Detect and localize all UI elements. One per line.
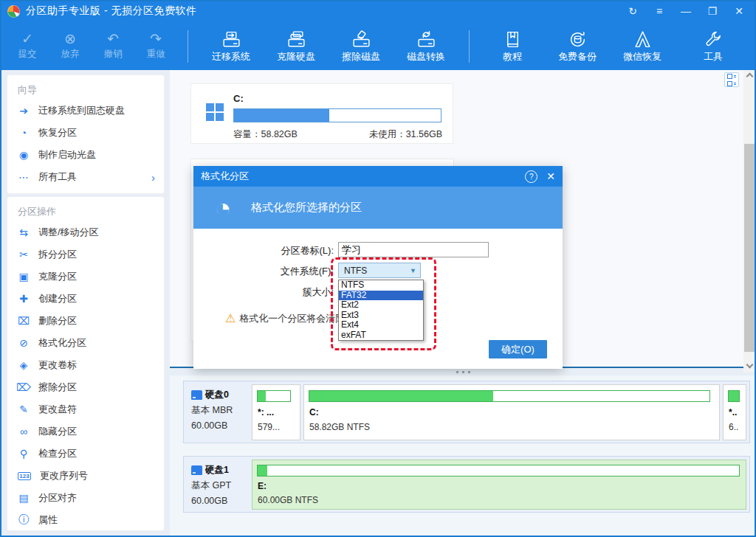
dialog-close-icon[interactable]: ✕ xyxy=(546,170,555,182)
disk0-style: 基本 MBR xyxy=(191,403,250,418)
capacity-value: 容量：58.82GB xyxy=(233,128,298,141)
disk0-partition-3[interactable]: *.. 6.. xyxy=(723,384,746,440)
minimize-icon[interactable]: — xyxy=(675,2,697,20)
redo-button[interactable]: ↷ 重做 xyxy=(134,32,177,60)
sidebar-item-change-serial[interactable]: 123更改序列号 xyxy=(7,465,164,487)
drive-convert-icon xyxy=(416,30,436,49)
option-ext3[interactable]: Ext3 xyxy=(339,311,423,321)
submit-button[interactable]: ✓ 提交 xyxy=(6,32,49,60)
sidebar-item-align[interactable]: ▤分区对齐 xyxy=(7,487,164,509)
partition-size: 579... xyxy=(258,422,280,432)
sidebar-item-all-tools[interactable]: ⋯ 所有工具 › xyxy=(7,166,164,188)
clone-disk-button[interactable]: 克隆硬盘 xyxy=(264,30,329,63)
filesystem-dropdown[interactable]: NTFS ▼ xyxy=(338,263,421,278)
sidebar-item-delete[interactable]: ⌧删除分区 xyxy=(7,310,164,332)
app-logo-icon xyxy=(7,5,20,18)
partition-size: 58.82GB NTFS xyxy=(309,422,370,432)
pie-recover-icon: ◔ xyxy=(16,127,31,139)
drive-arrow-icon xyxy=(221,30,241,49)
usage-bar xyxy=(233,108,441,122)
disk1-row: 硬盘1 基本 GPT 60.00GB E: 60.00GB NTFS xyxy=(183,456,750,513)
volume-label: 分区卷标(L): xyxy=(252,244,334,257)
sidebar-item-create[interactable]: ✚创建分区 xyxy=(7,288,164,310)
disk1-name: 硬盘1 xyxy=(205,462,229,478)
sidebar-item-clone[interactable]: ▣克隆分区 xyxy=(7,266,164,288)
magnifier-icon: ⚲ xyxy=(16,448,31,460)
option-ext2[interactable]: Ext2 xyxy=(339,300,423,311)
disk0-name: 硬盘0 xyxy=(205,387,229,403)
sidebar-item-recover-partition[interactable]: ◔ 恢复分区 xyxy=(7,122,164,144)
partition-label: E: xyxy=(258,481,267,491)
menu-icon[interactable]: ≡ xyxy=(648,2,670,20)
window-controls: ↻ ≡ — ❐ ✕ xyxy=(622,2,756,20)
scrollbar-thumb[interactable] xyxy=(744,144,755,352)
restore-icon[interactable]: ❐ xyxy=(701,2,724,20)
drive-arrow-icon: ➔ xyxy=(16,105,31,117)
drive-letter: C: xyxy=(233,93,244,104)
sidebar-item-change-letter[interactable]: ✎更改盘符 xyxy=(7,398,164,420)
tools-button[interactable]: 工具 xyxy=(681,30,746,63)
undo-button[interactable]: ↶ 撤销 xyxy=(92,32,134,60)
scroll-down-icon[interactable] xyxy=(743,361,755,371)
view-toggle-icon[interactable] xyxy=(724,72,739,87)
plus-icon: ✚ xyxy=(16,293,31,305)
ok-button[interactable]: 确定(O) xyxy=(489,340,547,358)
chevron-right-icon: › xyxy=(151,171,155,184)
sidebar-item-split[interactable]: ✂拆分分区 xyxy=(7,243,164,266)
refresh-icon[interactable]: ↻ xyxy=(622,2,644,20)
convert-disk-button[interactable]: 磁盘转换 xyxy=(394,30,458,63)
sidebar-item-properties[interactable]: ⓘ属性 xyxy=(7,509,164,531)
partition-size: 6.. xyxy=(729,422,738,432)
help-icon[interactable]: ? xyxy=(525,170,537,183)
volume-input[interactable] xyxy=(338,242,489,257)
partition-label: *.. xyxy=(729,407,737,418)
close-icon[interactable]: ✕ xyxy=(728,2,750,20)
migrate-system-button[interactable]: 迁移系统 xyxy=(199,30,264,63)
vertical-scrollbar[interactable] xyxy=(743,70,755,373)
cluster-size-label: 簇大小: xyxy=(252,285,334,299)
option-fat32[interactable]: FAT32 xyxy=(339,291,423,301)
triangle-a-icon xyxy=(633,30,653,49)
ellipsis-icon: ⋯ xyxy=(16,171,31,183)
discard-button[interactable]: ⊗ 放弃 xyxy=(49,32,92,60)
drive-stack-icon xyxy=(286,30,306,49)
wipe-disk-button[interactable]: 擦除磁盘 xyxy=(329,30,394,63)
toolbar-separator xyxy=(469,30,470,63)
option-ext4[interactable]: Ext4 xyxy=(339,320,423,330)
filesystem-options-list: NTFS FAT32 Ext2 Ext3 Ext4 exFAT xyxy=(338,280,424,341)
dialog-banner-text: 格式化您所选择的分区 xyxy=(251,201,362,215)
free-backup-button[interactable]: 免费备份 xyxy=(545,30,610,63)
format-partition-icon: ◔ xyxy=(208,193,238,223)
dialog-titlebar[interactable]: 格式化分区 ? ✕ xyxy=(193,166,563,187)
option-exfat[interactable]: exFAT xyxy=(339,330,423,341)
sidebar-item-change-label[interactable]: ◈更改卷标 xyxy=(7,354,164,376)
sidebar-item-hide[interactable]: ∞隐藏分区 xyxy=(7,420,164,443)
option-ntfs[interactable]: NTFS xyxy=(339,280,423,291)
toolbar-separator xyxy=(188,30,188,63)
disk0-partition-c[interactable]: C: 58.82GB NTFS xyxy=(303,384,720,440)
disk-map-area: 硬盘0 基本 MBR 60.00GB *: ... 579... C: 58.8… xyxy=(170,375,756,537)
sidebar: 向导 ➔ 迁移系统到固态硬盘 ◔ 恢复分区 ◉ 制作启动光盘 ⋯ 所有工具 › … xyxy=(1,70,170,536)
resize-move-icon: ⇆ xyxy=(16,226,31,238)
scroll-up-icon[interactable] xyxy=(743,70,755,80)
disk0-partition-1[interactable]: *: ... 579... xyxy=(252,384,300,440)
serial-123-icon: 123 xyxy=(18,472,31,480)
tutorial-button[interactable]: 教程 xyxy=(480,30,545,63)
sidebar-item-migrate-to-ssd[interactable]: ➔ 迁移系统到固态硬盘 xyxy=(7,100,164,122)
disk-icon xyxy=(191,465,202,475)
sidebar-item-wipe[interactable]: ⌦擦除分区 xyxy=(7,376,164,398)
disk1-style: 基本 GPT xyxy=(191,478,250,493)
warning-text: 格式化一个分区将会清除 xyxy=(239,312,345,325)
windows-logo-icon xyxy=(206,103,224,121)
wrench-icon xyxy=(704,30,724,49)
c-drive-card[interactable]: C: 容量：58.82GB 未使用：31.56GB xyxy=(190,83,453,144)
sidebar-item-make-boot-disc[interactable]: ◉ 制作启动光盘 xyxy=(7,144,164,166)
partition-size: 60.00GB NTFS xyxy=(258,495,318,505)
sidebar-item-format[interactable]: ⊘格式化分区 xyxy=(7,332,164,354)
disk1-partition-e[interactable]: E: 60.00GB NTFS xyxy=(252,460,746,510)
clone-icon: ▣ xyxy=(16,271,31,283)
wechat-recovery-button[interactable]: 微信恢复 xyxy=(610,30,675,63)
sidebar-item-resize-move[interactable]: ⇆调整/移动分区 xyxy=(7,221,164,243)
sidebar-item-check[interactable]: ⚲检查分区 xyxy=(7,443,164,465)
split-icon: ✂ xyxy=(16,249,31,260)
